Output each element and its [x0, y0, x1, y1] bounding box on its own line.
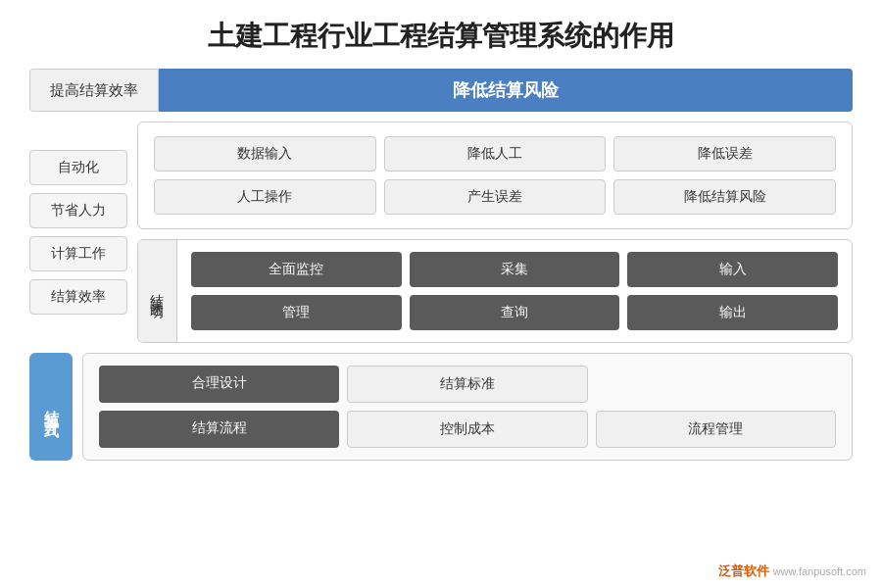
- top-tag: 降低人工: [384, 136, 607, 172]
- header-left-label: 提高结算效率: [29, 69, 159, 112]
- bottom-tag: [596, 366, 836, 403]
- monitor-tag: 输入: [627, 252, 838, 287]
- top-tag: 降低结算风险: [613, 179, 836, 215]
- monitor-tag: 采集: [410, 252, 620, 287]
- bottom-panel: 结算透明 全面监控采集输入管理查询输出: [137, 239, 853, 343]
- top-tag: 降低误差: [613, 136, 836, 172]
- top-tag: 产生误差: [384, 179, 607, 215]
- bottom-panel-label: 结算透明: [138, 240, 177, 342]
- monitor-grid: 全面监控采集输入管理查询输出: [191, 252, 838, 330]
- bottom-section-content: 合理设计结算标准结算流程控制成本流程管理: [82, 353, 853, 461]
- watermark-logo: 泛普软件: [718, 563, 769, 580]
- monitor-tag: 输出: [627, 295, 838, 330]
- top-panel: 数据输入降低人工降低误差人工操作产生误差降低结算风险: [137, 122, 853, 229]
- monitor-tag: 全面监控: [191, 252, 402, 287]
- content-area: 自动化节省人力计算工作结算效率 数据输入降低人工降低误差人工操作产生误差降低结算…: [29, 122, 853, 343]
- left-sidebar-item: 结算效率: [29, 279, 127, 315]
- bottom-section: 结算方式 合理设计结算标准结算流程控制成本流程管理: [29, 353, 853, 461]
- header-row: 提高结算效率 降低结算风险: [29, 69, 853, 112]
- bottom-tag: 控制成本: [347, 411, 587, 448]
- bottom-panel-content: 全面监控采集输入管理查询输出: [177, 240, 852, 342]
- watermark-url: www.fanpusoft.com: [773, 565, 866, 577]
- right-panels: 数据输入降低人工降低误差人工操作产生误差降低结算风险 结算透明 全面监控采集输入…: [137, 122, 853, 343]
- page-title: 土建工程行业工程结算管理系统的作用: [0, 0, 882, 69]
- top-tag: 数据输入: [154, 136, 376, 172]
- bottom-tag: 结算标准: [347, 366, 587, 403]
- bottom-section-label: 结算方式: [29, 353, 73, 461]
- monitor-tag: 查询: [410, 295, 620, 330]
- left-sidebar-item: 计算工作: [29, 236, 127, 271]
- bottom-grid: 合理设计结算标准结算流程控制成本流程管理: [99, 366, 836, 448]
- header-right-label: 降低结算风险: [159, 69, 853, 112]
- left-sidebar-item: 节省人力: [29, 193, 127, 228]
- left-sidebar-item: 自动化: [29, 150, 127, 185]
- monitor-tag: 管理: [191, 295, 402, 330]
- top-tag: 人工操作: [154, 179, 376, 215]
- bottom-tag: 合理设计: [99, 366, 339, 403]
- watermark: 泛普软件 www.fanpusoft.com: [718, 563, 866, 580]
- bottom-tag: 结算流程: [99, 411, 339, 448]
- top-tags-grid: 数据输入降低人工降低误差人工操作产生误差降低结算风险: [154, 136, 836, 215]
- left-sidebar: 自动化节省人力计算工作结算效率: [29, 122, 127, 343]
- bottom-tag: 流程管理: [596, 411, 836, 448]
